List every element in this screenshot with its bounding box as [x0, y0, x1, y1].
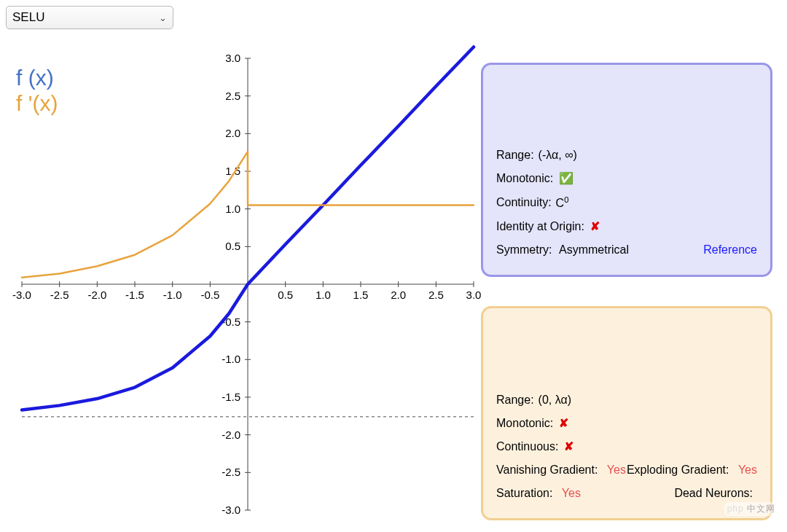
- range-value: (-λα, ∞): [539, 149, 577, 161]
- symmetry-value: Asymmetrical: [559, 243, 629, 256]
- function-select-dropdown[interactable]: SELU ⌄: [6, 6, 173, 29]
- activation-chart: -3.0-2.5-2.0-1.5-1.0-0.50.51.01.52.02.53…: [7, 44, 481, 525]
- svg-text:-3.0: -3.0: [12, 289, 31, 301]
- svg-text:-1.0: -1.0: [163, 289, 182, 301]
- svg-text:3.0: 3.0: [225, 52, 240, 64]
- derivative-properties-panel: Range: (0, λα) Monotonic: ✘ Continuous: …: [481, 306, 772, 520]
- svg-text:-2.0: -2.0: [87, 289, 106, 301]
- chevron-down-icon: ⌄: [159, 12, 167, 23]
- svg-text:2.5: 2.5: [428, 289, 444, 301]
- function-properties-panel: Range: (-λα, ∞) Monotonic: ✅ Continuity:…: [481, 63, 772, 277]
- range-label: Range:: [496, 149, 534, 161]
- continuous-label-d: Continuous:: [496, 441, 558, 453]
- dropdown-selected-label: SELU: [12, 10, 44, 25]
- svg-text:-1.5: -1.5: [222, 391, 240, 403]
- svg-text:3.0: 3.0: [466, 289, 481, 301]
- svg-text:2.0: 2.0: [225, 127, 240, 139]
- exploding-gradient-label: Exploding Gradient:: [627, 463, 729, 476]
- x-icon: ✘: [559, 418, 568, 429]
- vanishing-gradient-label: Vanishing Gradient:: [496, 463, 598, 476]
- identity-label: Identity at Origin:: [496, 221, 584, 232]
- continuity-value: C0: [556, 196, 569, 209]
- svg-text:-2.5: -2.5: [50, 289, 69, 301]
- svg-text:-2.0: -2.0: [222, 429, 240, 441]
- svg-text:1.5: 1.5: [353, 289, 369, 301]
- range-value-d: (0, λα): [539, 394, 571, 406]
- range-label-d: Range:: [496, 394, 534, 406]
- svg-text:2.0: 2.0: [391, 289, 406, 301]
- continuity-label: Continuity:: [496, 197, 552, 208]
- svg-text:-1.5: -1.5: [125, 289, 144, 301]
- saturation-label: Saturation:: [496, 487, 552, 499]
- svg-text:1.0: 1.0: [225, 203, 240, 215]
- svg-text:1.0: 1.0: [316, 289, 331, 301]
- svg-text:0.5: 0.5: [278, 289, 293, 301]
- svg-text:0.5: 0.5: [225, 240, 240, 252]
- svg-text:-0.5: -0.5: [200, 289, 219, 301]
- svg-text:2.5: 2.5: [225, 90, 240, 102]
- monotonic-label-d: Monotonic:: [496, 418, 553, 429]
- x-icon: ✘: [590, 221, 600, 232]
- svg-text:-1.0: -1.0: [222, 353, 240, 365]
- watermark: php 中文网: [724, 502, 778, 516]
- monotonic-label: Monotonic:: [496, 173, 553, 184]
- x-icon: ✘: [564, 441, 573, 453]
- svg-text:-2.5: -2.5: [222, 466, 240, 478]
- symmetry-label: Symmetry:: [496, 243, 552, 256]
- exploding-gradient-value: Yes: [738, 463, 757, 476]
- saturation-value: Yes: [562, 487, 581, 499]
- vanishing-gradient-value: Yes: [607, 463, 626, 476]
- reference-link[interactable]: Reference: [703, 244, 757, 256]
- dead-neurons-label: Dead Neurons:: [674, 487, 753, 499]
- svg-text:-3.0: -3.0: [222, 504, 240, 516]
- check-icon: ✅: [559, 173, 573, 184]
